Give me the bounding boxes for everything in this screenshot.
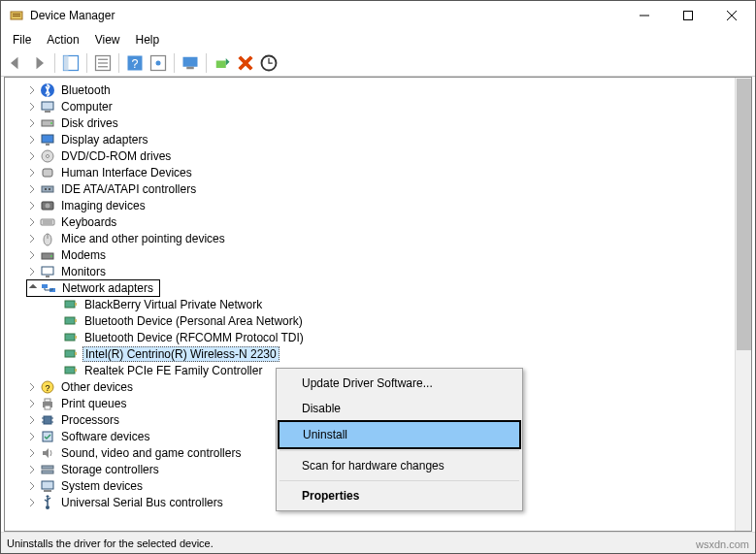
chevron-down-icon[interactable] — [27, 282, 39, 294]
tree-item[interactable]: Disk drives — [7, 114, 749, 131]
tree-item-label: Display adapters — [59, 133, 149, 147]
chevron-right-icon[interactable] — [26, 249, 38, 261]
chevron-right-icon[interactable] — [26, 414, 38, 426]
forward-button[interactable] — [28, 52, 49, 74]
svg-rect-45 — [42, 284, 48, 288]
disk-icon — [40, 115, 55, 131]
chevron-right-icon[interactable] — [26, 381, 38, 393]
window-title: Device Manager — [30, 9, 622, 22]
tree-item[interactable]: Bluetooth Device (Personal Area Network) — [7, 312, 749, 329]
uninstall-button[interactable] — [235, 52, 256, 74]
context-menu-item[interactable]: Uninstall — [278, 420, 521, 449]
close-button[interactable] — [709, 2, 753, 29]
scrollbar[interactable] — [735, 78, 751, 531]
minimize-button[interactable] — [622, 2, 666, 29]
keyboard-icon — [40, 214, 55, 230]
chevron-right-icon[interactable] — [26, 200, 38, 212]
chevron-right-icon[interactable] — [26, 464, 38, 475]
svg-rect-51 — [65, 334, 75, 341]
tree-item[interactable]: Bluetooth — [7, 81, 749, 98]
tree-item[interactable]: Modems — [7, 246, 749, 263]
chevron-right-icon[interactable] — [26, 233, 38, 244]
svg-rect-55 — [65, 367, 75, 374]
scan-hardware-button[interactable] — [180, 52, 201, 74]
action-button[interactable] — [148, 52, 169, 74]
storage-icon — [40, 462, 55, 477]
context-menu-item[interactable]: Disable — [279, 396, 520, 421]
svg-rect-53 — [65, 350, 75, 357]
system-icon — [40, 478, 55, 494]
tree-item[interactable]: Computer — [7, 98, 749, 114]
chevron-right-icon[interactable] — [26, 167, 38, 179]
chevron-right-icon[interactable] — [26, 101, 38, 113]
tree-item[interactable]: Imaging devices — [7, 197, 749, 213]
chevron-right-icon[interactable] — [26, 447, 38, 459]
chevron-right-icon[interactable] — [26, 84, 38, 96]
svg-rect-47 — [65, 301, 75, 308]
hid-icon — [40, 165, 55, 180]
enable-button[interactable] — [212, 52, 233, 74]
update-button[interactable] — [258, 52, 279, 74]
svg-rect-71 — [44, 490, 51, 492]
chevron-right-icon[interactable] — [26, 134, 38, 146]
tree-item[interactable]: Mice and other pointing devices — [7, 230, 749, 246]
svg-point-35 — [46, 203, 50, 208]
chevron-right-icon[interactable] — [26, 497, 38, 508]
status-text: Uninstalls the driver for the selected d… — [7, 538, 214, 549]
chevron-right-icon[interactable] — [26, 266, 38, 277]
svg-point-33 — [49, 188, 50, 190]
tree-item-label: Universal Serial Bus controllers — [59, 496, 225, 509]
svg-rect-17 — [183, 56, 198, 66]
usb-icon — [40, 495, 55, 510]
sound-icon — [40, 445, 55, 461]
svg-rect-52 — [75, 336, 77, 339]
display-icon — [40, 132, 55, 147]
chevron-right-icon[interactable] — [26, 183, 38, 195]
scrollbar-thumb[interactable] — [737, 79, 751, 350]
svg-point-42 — [50, 255, 52, 257]
tree-item[interactable]: IDE ATA/ATAPI controllers — [7, 180, 749, 197]
ide-icon — [40, 181, 55, 197]
tree-item-label: Bluetooth Device (Personal Area Network) — [82, 314, 305, 328]
tree-item[interactable]: DVD/CD-ROM drives — [7, 147, 749, 164]
tree-item[interactable]: Monitors — [7, 263, 749, 279]
toolbar: ? — [1, 49, 755, 77]
tree-item-label: Keyboards — [59, 215, 118, 229]
menu-action[interactable]: Action — [39, 31, 86, 49]
context-menu-item[interactable]: Update Driver Software... — [279, 371, 520, 396]
svg-point-72 — [46, 505, 49, 509]
properties-button[interactable] — [92, 52, 114, 74]
tree-item-label: Print queues — [59, 397, 128, 410]
chevron-right-icon[interactable] — [26, 150, 38, 162]
tree-item[interactable]: Human Interface Devices — [7, 164, 749, 180]
tree-item-label: Processors — [59, 413, 121, 427]
maximize-button[interactable] — [666, 2, 709, 29]
context-menu-item[interactable]: Scan for hardware changes — [279, 453, 520, 478]
tree-item[interactable]: Network adapters — [7, 279, 749, 296]
menu-view[interactable]: View — [87, 31, 128, 49]
tree-item[interactable]: Keyboards — [7, 213, 749, 230]
context-menu-item[interactable]: Properties — [279, 483, 520, 508]
chevron-right-icon[interactable] — [26, 398, 38, 409]
back-button[interactable] — [5, 52, 26, 74]
chevron-right-icon[interactable] — [26, 480, 38, 492]
tree-item[interactable]: Intel(R) Centrino(R) Wireless-N 2230 — [7, 345, 749, 362]
nic-icon — [63, 297, 79, 312]
help-button[interactable]: ? — [124, 52, 146, 74]
tree-item-label: Imaging devices — [59, 199, 148, 212]
nic-icon — [63, 363, 79, 378]
svg-rect-19 — [216, 60, 226, 68]
menubar: File Action View Help — [1, 30, 755, 49]
chevron-right-icon[interactable] — [26, 117, 38, 129]
window-controls — [622, 2, 753, 29]
chevron-right-icon[interactable] — [26, 216, 38, 228]
titlebar: Device Manager — [1, 1, 755, 30]
show-hide-tree-button[interactable] — [60, 52, 82, 74]
chevron-right-icon[interactable] — [26, 431, 38, 442]
svg-rect-70 — [42, 481, 53, 489]
menu-file[interactable]: File — [5, 31, 39, 49]
tree-item[interactable]: Bluetooth Device (RFCOMM Protocol TDI) — [7, 329, 749, 345]
tree-item[interactable]: Display adapters — [7, 131, 749, 147]
tree-item[interactable]: BlackBerry Virtual Private Network — [7, 296, 749, 312]
menu-help[interactable]: Help — [128, 31, 168, 49]
